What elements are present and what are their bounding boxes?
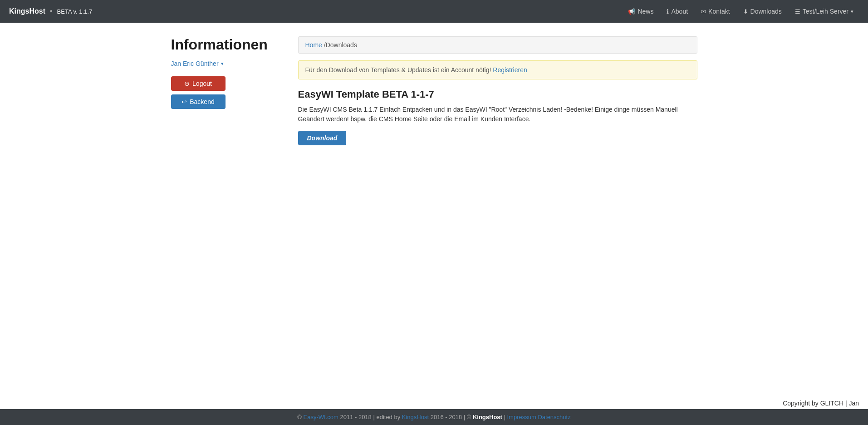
download-title: EasyWI Template BETA 1-1-7 bbox=[298, 89, 697, 100]
breadcrumb-home[interactable]: Home bbox=[305, 41, 322, 49]
logout-icon: ⊖ bbox=[184, 80, 190, 87]
nav-test-server[interactable]: ☰ Test/Leih Server bbox=[790, 5, 859, 18]
page-title: Informationen bbox=[171, 36, 284, 53]
info-icon: ℹ bbox=[667, 8, 669, 15]
footer-years: 2016 - 2018 | © bbox=[431, 414, 473, 420]
brand-beta: BETA v. 1.1.7 bbox=[57, 8, 93, 15]
breadcrumb-current: /Downloads bbox=[324, 41, 357, 49]
mail-icon: ✉ bbox=[701, 8, 706, 15]
copyright-corner: Copyright by GLITCH | Jan bbox=[783, 400, 859, 407]
nav-about[interactable]: ℹ About bbox=[661, 5, 693, 18]
sidebar: Informationen Jan Eric Günther ▾ ⊖ Logou… bbox=[171, 36, 298, 395]
backend-label: Backend bbox=[190, 98, 214, 105]
main-nav: 📢 News ℹ About ✉ Kontakt ⬇ Downloads ☰ T… bbox=[623, 5, 859, 18]
nav-downloads[interactable]: ⬇ Downloads bbox=[738, 5, 787, 18]
footer-kingshost-link[interactable]: KingsHost bbox=[402, 414, 429, 420]
download-description: Die EasyWI CMS Beta 1.1.7 Einfach Entpac… bbox=[298, 105, 697, 124]
navbar: KingsHost • BETA v. 1.1.7 📢 News ℹ About… bbox=[0, 0, 868, 23]
nav-kontakt-label: Kontakt bbox=[708, 8, 730, 15]
breadcrumb: Home /Downloads bbox=[298, 36, 697, 54]
register-link[interactable]: Registrieren bbox=[493, 66, 527, 74]
user-name: Jan Eric Günther bbox=[171, 60, 219, 67]
nav-about-label: About bbox=[671, 8, 688, 15]
backend-button[interactable]: ↩ Backend bbox=[171, 94, 226, 109]
download-icon: ⬇ bbox=[743, 8, 748, 15]
footer-easywi-link[interactable]: Easy-WI.com bbox=[304, 414, 338, 420]
brand-name: KingsHost bbox=[9, 7, 45, 15]
logout-button[interactable]: ⊖ Logout bbox=[171, 76, 226, 91]
nav-test-server-label: Test/Leih Server bbox=[803, 8, 848, 15]
user-dropdown[interactable]: Jan Eric Günther ▾ bbox=[171, 60, 284, 67]
logout-label: Logout bbox=[192, 80, 212, 87]
megaphone-icon: 📢 bbox=[628, 8, 635, 15]
nav-kontakt[interactable]: ✉ Kontakt bbox=[696, 5, 735, 18]
main-wrapper: Informationen Jan Eric Günther ▾ ⊖ Logou… bbox=[162, 23, 706, 409]
list-icon: ☰ bbox=[795, 8, 800, 15]
backend-icon: ↩ bbox=[181, 98, 187, 105]
nav-news-label: News bbox=[638, 8, 653, 15]
nav-news[interactable]: 📢 News bbox=[623, 5, 659, 18]
footer-text: 2011 - 2018 | edited by bbox=[340, 414, 402, 420]
chevron-down-icon: ▾ bbox=[221, 61, 224, 67]
footer: © Easy-WI.com 2011 - 2018 | edited by Ki… bbox=[0, 409, 868, 425]
footer-impressum-link[interactable]: Impressum Datenschutz bbox=[507, 414, 571, 420]
brand-dot: • bbox=[50, 7, 53, 15]
navbar-brand: KingsHost • BETA v. 1.1.7 bbox=[9, 7, 92, 15]
alert-text: Für den Download von Templates & Updates… bbox=[305, 66, 491, 74]
nav-downloads-label: Downloads bbox=[750, 8, 782, 15]
download-button[interactable]: Download bbox=[298, 131, 347, 145]
main-content: Home /Downloads Für den Download von Tem… bbox=[298, 36, 697, 395]
alert-warning: Für den Download von Templates & Updates… bbox=[298, 60, 697, 79]
footer-brand: KingsHost bbox=[473, 414, 502, 420]
